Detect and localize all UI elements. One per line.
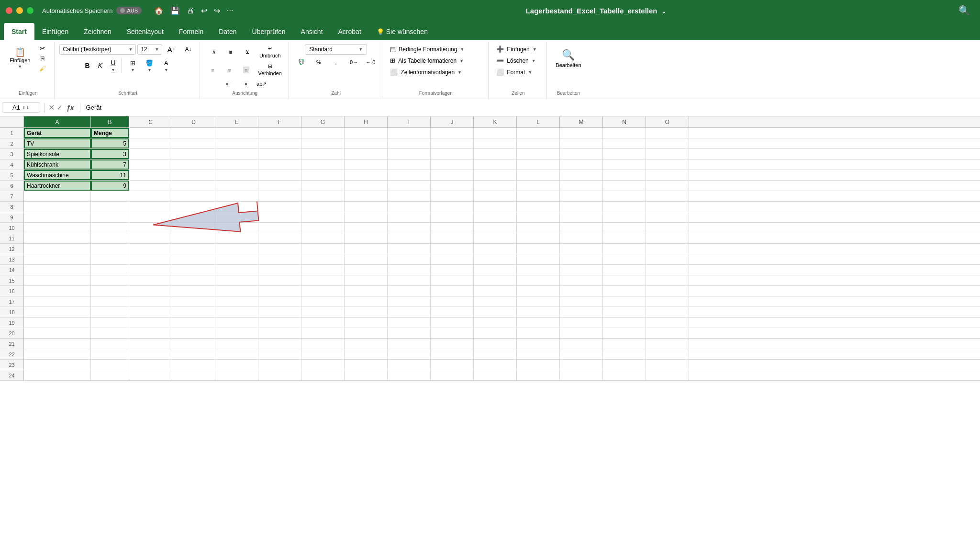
- cell-G20[interactable]: [301, 328, 345, 338]
- cell-L13[interactable]: [517, 254, 560, 264]
- cell-G5[interactable]: [301, 170, 345, 180]
- cell-I6[interactable]: [388, 181, 431, 191]
- cell-K18[interactable]: [474, 307, 517, 317]
- cell-K19[interactable]: [474, 318, 517, 328]
- conditional-format-button[interactable]: ▤ Bedingte Formatierung ▼: [387, 44, 484, 54]
- cell-N15[interactable]: [603, 275, 646, 285]
- cell-E3[interactable]: [215, 149, 258, 159]
- cell-I22[interactable]: [388, 349, 431, 359]
- currency-button[interactable]: 💱: [294, 57, 309, 67]
- cell-I3[interactable]: [388, 149, 431, 159]
- col-header-i[interactable]: I: [388, 116, 431, 127]
- row-number[interactable]: 13: [0, 254, 24, 264]
- cell-E14[interactable]: [215, 265, 258, 275]
- cell-M2[interactable]: [560, 138, 603, 148]
- cell-M22[interactable]: [560, 349, 603, 359]
- cell-K23[interactable]: [474, 360, 517, 370]
- cell-N6[interactable]: [603, 181, 646, 191]
- cell-F10[interactable]: [258, 223, 301, 233]
- insert-button[interactable]: ➕ Einfügen ▼: [493, 44, 543, 54]
- cell-O6[interactable]: [646, 181, 689, 191]
- cell-D5[interactable]: [172, 170, 215, 180]
- cell-C19[interactable]: [129, 318, 172, 328]
- cell-H16[interactable]: [345, 286, 388, 296]
- cell-I2[interactable]: [388, 138, 431, 148]
- cell-G9[interactable]: [301, 212, 345, 222]
- cell-F19[interactable]: [258, 318, 301, 328]
- as-table-button[interactable]: ⊞ Als Tabelle formatieren ▼: [387, 56, 484, 66]
- maximize-traffic-light[interactable]: [27, 7, 33, 14]
- cell-O12[interactable]: [646, 244, 689, 254]
- cell-O5[interactable]: [646, 170, 689, 180]
- cell-O3[interactable]: [646, 149, 689, 159]
- cell-E1[interactable]: [215, 128, 258, 138]
- cell-F3[interactable]: [258, 149, 301, 159]
- cell-M4[interactable]: [560, 159, 603, 170]
- cell-M23[interactable]: [560, 360, 603, 370]
- cell-L10[interactable]: [517, 223, 560, 233]
- cell-L6[interactable]: [517, 181, 560, 191]
- row-number[interactable]: 4: [0, 159, 24, 170]
- cell-B1[interactable]: Menge: [91, 128, 129, 138]
- cell-K4[interactable]: [474, 159, 517, 170]
- cell-C17[interactable]: [129, 296, 172, 307]
- cell-D18[interactable]: [172, 307, 215, 317]
- cell-O1[interactable]: [646, 128, 689, 138]
- cell-D4[interactable]: [172, 159, 215, 170]
- cell-B10[interactable]: [91, 223, 129, 233]
- cell-H2[interactable]: [345, 138, 388, 148]
- cell-C9[interactable]: [129, 212, 172, 222]
- cell-D12[interactable]: [172, 244, 215, 254]
- cell-I23[interactable]: [388, 360, 431, 370]
- row-number[interactable]: 12: [0, 244, 24, 254]
- row-number[interactable]: 14: [0, 265, 24, 275]
- cell-B16[interactable]: [91, 286, 129, 296]
- cell-J10[interactable]: [431, 223, 474, 233]
- decrease-font-button[interactable]: A↓: [180, 45, 196, 54]
- tab-zeichnen[interactable]: Zeichnen: [76, 23, 119, 40]
- cell-O24[interactable]: [646, 370, 689, 380]
- cell-C2[interactable]: [129, 138, 172, 148]
- row-number[interactable]: 3: [0, 149, 24, 159]
- cell-A12[interactable]: [24, 244, 91, 254]
- cell-A7[interactable]: [24, 191, 91, 201]
- cell-O4[interactable]: [646, 159, 689, 170]
- cell-N22[interactable]: [603, 349, 646, 359]
- font-color-button[interactable]: A ▼: [158, 58, 174, 74]
- cell-I18[interactable]: [388, 307, 431, 317]
- row-number[interactable]: 19: [0, 318, 24, 328]
- cell-K12[interactable]: [474, 244, 517, 254]
- more-icon[interactable]: ···: [227, 6, 233, 15]
- undo-icon[interactable]: ↩: [201, 6, 207, 15]
- cell-O19[interactable]: [646, 318, 689, 328]
- cell-E24[interactable]: [215, 370, 258, 380]
- cell-G15[interactable]: [301, 275, 345, 285]
- cell-styles-button[interactable]: ⬜ Zellenformatvorlagen ▼: [387, 67, 484, 77]
- cell-I17[interactable]: [388, 296, 431, 307]
- cell-A4[interactable]: Kühlschrank: [24, 159, 91, 170]
- borders-button[interactable]: ⊞ ▼: [125, 58, 140, 74]
- cell-G12[interactable]: [301, 244, 345, 254]
- cell-O23[interactable]: [646, 360, 689, 370]
- search-button[interactable]: 🔍: [958, 5, 970, 16]
- cell-B4[interactable]: 7: [91, 159, 129, 170]
- tab-seitenlayout[interactable]: Seitenlayout: [119, 23, 171, 40]
- cell-H1[interactable]: [345, 128, 388, 138]
- cell-H4[interactable]: [345, 159, 388, 170]
- cell-C10[interactable]: [129, 223, 172, 233]
- cell-A24[interactable]: [24, 370, 91, 380]
- col-header-n[interactable]: N: [603, 116, 646, 127]
- cell-F20[interactable]: [258, 328, 301, 338]
- align-center-button[interactable]: ≡: [222, 66, 237, 74]
- merge-button[interactable]: ⊟Verbinden: [255, 62, 285, 78]
- cell-G13[interactable]: [301, 254, 345, 264]
- cell-E12[interactable]: [215, 244, 258, 254]
- formula-content[interactable]: Gerät: [84, 103, 978, 112]
- row-number[interactable]: 22: [0, 349, 24, 359]
- cell-A15[interactable]: [24, 275, 91, 285]
- cell-M9[interactable]: [560, 212, 603, 222]
- cell-M12[interactable]: [560, 244, 603, 254]
- row-number[interactable]: 23: [0, 360, 24, 370]
- col-header-d[interactable]: D: [172, 116, 215, 127]
- cell-H12[interactable]: [345, 244, 388, 254]
